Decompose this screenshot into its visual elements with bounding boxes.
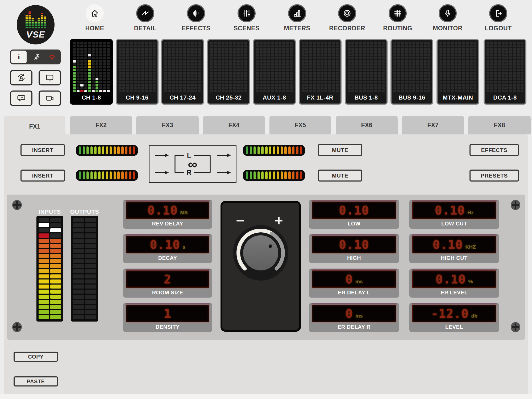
meter-bank-ch-9-16[interactable]: CH 9-16 bbox=[116, 39, 159, 105]
meter-bank-aux-1-8[interactable]: AUX 1-8 bbox=[253, 39, 296, 105]
user-sync-button[interactable] bbox=[10, 70, 32, 85]
fx-tab-fx6[interactable]: FX6 bbox=[336, 116, 398, 134]
paste-button[interactable]: PASTE bbox=[14, 376, 58, 386]
screen-share-button[interactable] bbox=[39, 70, 61, 85]
nav-item-effects[interactable]: EFFECTS bbox=[175, 4, 217, 32]
meter-cell bbox=[210, 45, 213, 47]
lcd-er-delay-r[interactable]: 0msER DELAY R bbox=[309, 303, 399, 332]
meter-cell bbox=[466, 63, 469, 65]
lcd-low-cut[interactable]: 0.10HzLOW CUT bbox=[409, 200, 499, 229]
fx-tab-fx7[interactable]: FX7 bbox=[402, 116, 464, 134]
meter-cell bbox=[130, 51, 133, 54]
meter-bank-bus-1-8[interactable]: BUS 1-8 bbox=[345, 39, 388, 105]
meter-cell bbox=[275, 69, 278, 71]
nav-item-monitor[interactable]: MONITOR bbox=[426, 4, 469, 32]
lcd-rev-delay[interactable]: 0.10MSREV DELAY bbox=[123, 200, 212, 229]
fx-tab-fx8[interactable]: FX8 bbox=[468, 116, 531, 134]
mute-button-left[interactable]: MUTE bbox=[318, 144, 362, 156]
mute-button-right[interactable]: MUTE bbox=[318, 170, 362, 182]
meter-cell bbox=[305, 84, 308, 86]
lcd-er-level[interactable]: 0.10%ER LEVEL bbox=[409, 269, 499, 298]
meter-bank-ch-25-32[interactable]: CH 25-32 bbox=[207, 39, 250, 105]
fx-tab-fx4[interactable]: FX4 bbox=[203, 116, 265, 134]
meter-cell bbox=[282, 54, 285, 56]
meter-bank-dca-1-8[interactable]: DCA 1-8 bbox=[484, 39, 526, 105]
knob-face[interactable] bbox=[243, 235, 278, 270]
meter-cell bbox=[447, 78, 450, 80]
meter-cell bbox=[405, 42, 408, 44]
value-knob[interactable] bbox=[228, 221, 293, 285]
meter-cell bbox=[321, 75, 323, 77]
nav-item-home[interactable]: HOME bbox=[73, 4, 116, 32]
meter-cell bbox=[225, 45, 228, 47]
meter-bank-mtx-main[interactable]: MTX-MAIN bbox=[437, 39, 479, 105]
meter-cell bbox=[405, 81, 408, 83]
meter-cell bbox=[458, 42, 461, 44]
nav-item-logout[interactable]: LOGOUT bbox=[477, 4, 519, 32]
nav-item-routing[interactable]: ROUTING bbox=[376, 4, 419, 32]
effects-button[interactable]: EFFECTS bbox=[469, 144, 519, 156]
lcd-low[interactable]: 0.10LOW bbox=[309, 200, 399, 229]
chat-button[interactable] bbox=[10, 91, 32, 106]
meter-cell bbox=[187, 72, 190, 74]
meter-cell bbox=[502, 48, 505, 50]
meter-cell bbox=[367, 69, 369, 71]
meter-cell bbox=[458, 54, 461, 56]
meter-cell bbox=[164, 45, 167, 47]
meter-cell bbox=[447, 81, 450, 83]
led-segment bbox=[277, 146, 279, 154]
meter-cell bbox=[332, 69, 335, 71]
meter-bank-ch-17-24[interactable]: CH 17-24 bbox=[161, 39, 204, 105]
meter-cell bbox=[424, 54, 427, 56]
meter-cell bbox=[317, 63, 320, 65]
fx-tab-fx3[interactable]: FX3 bbox=[136, 116, 199, 134]
meter-cell bbox=[168, 78, 171, 80]
led-segment bbox=[79, 146, 81, 154]
meter-cell bbox=[119, 48, 122, 50]
meter-cell bbox=[462, 75, 465, 77]
meter-cell bbox=[470, 90, 473, 92]
meter-cell bbox=[267, 51, 270, 54]
meter-cell bbox=[130, 48, 133, 50]
meter-cell bbox=[355, 48, 358, 50]
meter-bank-bus-9-16[interactable]: BUS 9-16 bbox=[390, 39, 433, 105]
lcd-high[interactable]: 0.10HIGH bbox=[309, 234, 399, 263]
meter-cell bbox=[305, 48, 308, 50]
meter-cell bbox=[332, 45, 335, 47]
meter-bank-fx-1l-4r[interactable]: FX 1L-4R bbox=[299, 39, 342, 105]
lcd-density[interactable]: 1DENSITY bbox=[123, 303, 212, 332]
lcd-decay[interactable]: 0.10sDECAY bbox=[123, 234, 212, 263]
lcd-level[interactable]: -12.0dbLEVEL bbox=[409, 303, 499, 332]
lcd-high-cut[interactable]: 0.10KHZHIGH CUT bbox=[409, 234, 499, 263]
nav-item-meters[interactable]: METERS bbox=[276, 4, 318, 32]
mic-muted-icon[interactable] bbox=[33, 53, 41, 61]
nav-item-scenes[interactable]: SCENES bbox=[225, 4, 268, 32]
meter-cell bbox=[412, 57, 415, 59]
nav-item-detail[interactable]: DETAIL bbox=[124, 4, 167, 32]
led-segment bbox=[292, 171, 294, 179]
lcd-er-delay-l[interactable]: 0msER DELAY L bbox=[309, 269, 399, 298]
presets-button[interactable]: PRESETS bbox=[469, 170, 519, 182]
fx-tab-fx1[interactable]: FX1 bbox=[4, 116, 65, 137]
meter-cell bbox=[149, 75, 152, 77]
insert-button-right[interactable]: INSERT bbox=[20, 170, 65, 182]
fx-tab-fx5[interactable]: FX5 bbox=[269, 116, 331, 134]
fx-tab-fx2[interactable]: FX2 bbox=[70, 116, 132, 134]
meter-bank-ch-1-8[interactable]: CH 1-8 bbox=[70, 39, 113, 105]
meter-cell bbox=[275, 78, 278, 80]
meter-cell bbox=[517, 78, 520, 80]
info-button[interactable]: i bbox=[11, 51, 27, 63]
meter-cell bbox=[466, 42, 469, 44]
meter-cell bbox=[107, 54, 110, 56]
meter-cell bbox=[222, 69, 225, 71]
lcd-room-size[interactable]: 2ROOM SIZE bbox=[123, 269, 212, 298]
meter-cell bbox=[244, 66, 247, 68]
video-camera-button[interactable] bbox=[39, 91, 61, 106]
insert-button-left[interactable]: INSERT bbox=[20, 144, 65, 156]
meter-cell bbox=[194, 69, 197, 71]
meter-cell bbox=[244, 84, 247, 86]
meter-cell bbox=[164, 90, 167, 92]
nav-item-recorder[interactable]: RECORDER bbox=[326, 4, 368, 32]
copy-button[interactable]: COPY bbox=[14, 352, 58, 362]
meter-cell bbox=[279, 54, 281, 56]
